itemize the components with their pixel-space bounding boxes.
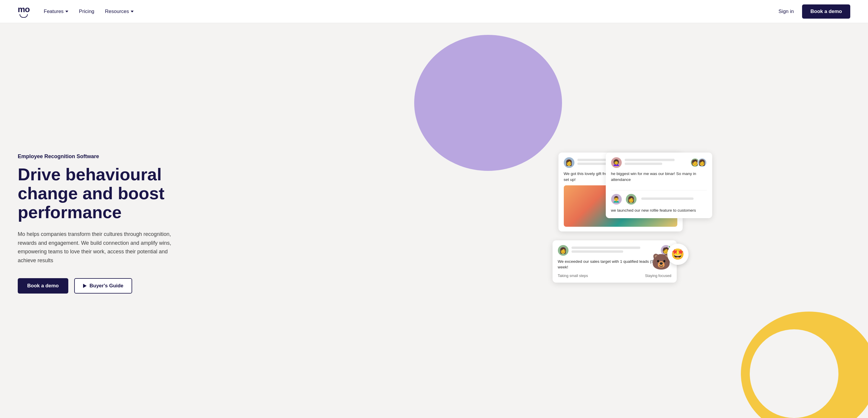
hero-headline: Drive behavioural change and boost perfo… [18,165,201,221]
nav-links: Features Pricing Resources [44,8,134,14]
avatar: 👨‍🦱 [611,194,622,204]
blob-purple [414,35,562,171]
sign-in-button[interactable]: Sign in [778,8,794,14]
nav-book-demo-button[interactable]: Book a demo [802,4,850,19]
card-text-2: we launched our new rofile feature to cu… [611,207,707,214]
logo-text: mo [18,5,30,13]
hero-description: Mo helps companies transform their cultu… [18,230,177,265]
chevron-down-icon [65,11,68,12]
reaction-badge: 🤩 [667,244,688,265]
nav-right: Sign in Book a demo [778,4,850,19]
name-line [571,250,623,253]
logo-smile-icon [20,14,28,18]
cards-container: 👩 👨 👩 We got this lovely gift from our n… [558,153,701,289]
avatar: 👩 [558,245,568,256]
name-line [571,247,641,249]
hero-visual: 👩 👨 👩 We got this lovely gift from our n… [391,23,868,418]
hero-eyebrow: Employee Recognition Software [18,154,201,160]
nav-pricing[interactable]: Pricing [79,8,94,14]
avatar: 👩 [698,158,707,167]
card-webinar: 👩‍🦱 🧑 👩 he biggest win for me was our bi… [606,153,712,218]
chevron-down-icon [131,11,134,12]
play-icon [83,284,87,288]
name-lines [571,247,658,254]
nav-left: mo Features Pricing Resources [18,5,134,18]
card-text: he biggest win for me was our binar! So … [611,171,707,183]
name-line [625,159,675,161]
card-footer-text-1: Taking small steps [558,274,588,278]
card-footer: Taking small steps Staying focused [558,274,672,278]
nav-features[interactable]: Features [44,8,68,14]
hero-section: Employee Recognition Software Drive beha… [0,23,868,418]
name-line [641,197,694,200]
nav-resources[interactable]: Resources [105,8,134,14]
card-header-2: 👨‍🦱 👩 [611,190,707,204]
hero-content: Employee Recognition Software Drive beha… [18,154,201,293]
blob-yellow-inner [750,329,838,418]
hero-buttons: Book a demo Buyer's Guide [18,278,201,294]
avatar: 👩 [626,194,637,204]
hero-buyers-guide-button[interactable]: Buyer's Guide [74,278,132,294]
name-lines [625,159,687,166]
avatar: 👩 [564,157,575,168]
logo[interactable]: mo [18,5,30,18]
hero-book-demo-button[interactable]: Book a demo [18,278,68,294]
avatar: 👩‍🦱 [611,157,622,168]
card-header: 👩‍🦱 🧑 👩 [611,157,707,168]
avatar-group: 🧑 👩 [690,158,707,167]
navbar: mo Features Pricing Resources Sign in Bo… [0,0,868,23]
name-lines-2 [641,197,707,201]
card-footer-text-2: Staying focused [645,274,672,278]
name-line [625,163,662,165]
